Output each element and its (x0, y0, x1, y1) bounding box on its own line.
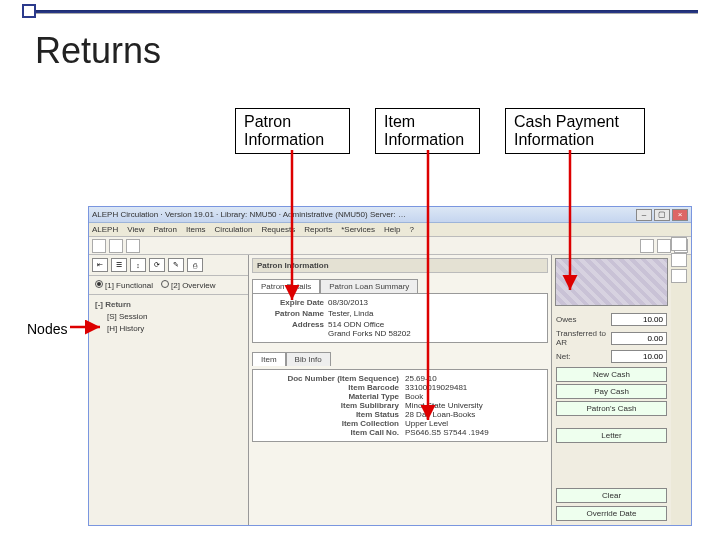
tab-patron-loan-summary[interactable]: Patron Loan Summary (320, 279, 418, 293)
right-tool-strip (671, 237, 689, 283)
tree-node-history[interactable]: [H] History (95, 323, 242, 335)
label-doc-number: Doc Number (Item Sequence) (259, 374, 399, 383)
label-expire-date: Expire Date (259, 298, 324, 307)
window-titlebar: ALEPH Circulation · Version 19.01 · Libr… (89, 207, 691, 223)
nav-button[interactable]: ⇤ (92, 258, 108, 272)
right-tool-icon[interactable] (671, 253, 687, 267)
menu-items[interactable]: Items (186, 225, 206, 234)
new-cash-button[interactable]: New Cash (556, 367, 667, 382)
right-tool-icon[interactable] (671, 269, 687, 283)
right-action-pane: Owes 10.00 Transferred to AR 0.00 Net: 1… (551, 255, 671, 525)
nav-tree: [-] Return [S] Session [H] History (89, 295, 248, 339)
pay-cash-button[interactable]: Pay Cash (556, 384, 667, 399)
callout-item-info: Item Information (375, 108, 480, 154)
center-pane: Patron Information Patron Details Patron… (249, 255, 551, 525)
value-item-call-no: PS646.S5 S7544 .1949 (405, 428, 541, 437)
value-doc-number: 25.69-10 (405, 374, 541, 383)
label-transferred: Transferred to AR (556, 329, 611, 347)
left-nav-pane: ⇤ ☰ ↕ ⟳ ✎ ⎙ [1] Functional [2] Overview … (89, 255, 249, 525)
label-item-collection: Item Collection (259, 419, 399, 428)
letter-button[interactable]: Letter (556, 428, 667, 443)
tab-bib-info[interactable]: Bib Info (286, 352, 331, 366)
patron-section-header: Patron Information (252, 258, 548, 273)
value-item-status: 28 Day Loan-Books (405, 410, 541, 419)
radio-overview-label: [2] Overview (171, 281, 215, 290)
value-transferred: 0.00 (611, 332, 667, 345)
menu-circulation[interactable]: Circulation (215, 225, 253, 234)
callout-nodes: Nodes (22, 318, 72, 340)
clear-button[interactable]: Clear (556, 488, 667, 503)
label-item-sublibrary: Item Sublibrary (259, 401, 399, 410)
value-patron-name: Tester, Linda (328, 309, 541, 318)
toolbar-icon[interactable] (109, 239, 123, 253)
tab-item[interactable]: Item (252, 352, 286, 366)
menu-help[interactable]: Help (384, 225, 400, 234)
value-item-collection: Upper Level (405, 419, 541, 428)
tree-root-return[interactable]: [-] Return (95, 299, 242, 311)
override-date-button[interactable]: Override Date (556, 506, 667, 521)
callout-patron-info: Patron Information (235, 108, 350, 154)
cover-thumbnail (555, 258, 668, 306)
value-material-type: Book (405, 392, 541, 401)
slide-accent-bar (22, 10, 698, 14)
value-expire-date: 08/30/2013 (328, 298, 541, 307)
label-item-status: Item Status (259, 410, 399, 419)
nav-button[interactable]: ⟳ (149, 258, 165, 272)
toolbar-icon[interactable] (657, 239, 671, 253)
slide-title: Returns (35, 30, 161, 72)
nav-button[interactable]: ✎ (168, 258, 184, 272)
toolbar (89, 237, 691, 255)
app-window: ALEPH Circulation · Version 19.01 · Libr… (88, 206, 692, 526)
patron-section-title: Patron Information (257, 261, 329, 270)
toolbar-icon[interactable] (92, 239, 106, 253)
nav-button[interactable]: ⎙ (187, 258, 203, 272)
menu-help-icon[interactable]: ? (409, 225, 413, 234)
menu-reports[interactable]: Reports (304, 225, 332, 234)
menu-bar: ALEPH View Patron Items Circulation Requ… (89, 223, 691, 237)
patron-details-box: Expire Date 08/30/2013 Patron Name Teste… (252, 293, 548, 343)
radio-overview[interactable] (161, 280, 169, 288)
patrons-cash-button[interactable]: Patron's Cash (556, 401, 667, 416)
menu-services[interactable]: *Services (341, 225, 375, 234)
toolbar-icon[interactable] (640, 239, 654, 253)
menu-patron[interactable]: Patron (153, 225, 177, 234)
label-net: Net: (556, 352, 611, 361)
nav-button[interactable]: ↕ (130, 258, 146, 272)
label-address: Address (259, 320, 324, 338)
label-material-type: Material Type (259, 392, 399, 401)
callout-cash-info: Cash Payment Information (505, 108, 645, 154)
label-patron-name: Patron Name (259, 309, 324, 318)
nav-button[interactable]: ☰ (111, 258, 127, 272)
right-tool-icon[interactable] (671, 237, 687, 251)
menu-view[interactable]: View (127, 225, 144, 234)
close-button[interactable]: × (672, 209, 688, 221)
minimize-button[interactable]: – (636, 209, 652, 221)
value-item-sublibrary: Minot State University (405, 401, 541, 410)
label-item-barcode: Item Barcode (259, 383, 399, 392)
radio-functional-label: [1] Functional (105, 281, 153, 290)
item-info-box: Doc Number (Item Sequence)25.69-10 Item … (252, 369, 548, 442)
value-address: 514 ODN Office Grand Forks ND 58202 (328, 320, 541, 338)
label-item-call-no: Item Call No. (259, 428, 399, 437)
tree-node-session[interactable]: [S] Session (95, 311, 242, 323)
window-title-text: ALEPH Circulation · Version 19.01 · Libr… (92, 210, 406, 219)
slide-bullet-icon (22, 4, 36, 18)
value-item-barcode: 33100019029481 (405, 383, 541, 392)
label-owes: Owes (556, 315, 611, 324)
maximize-button[interactable]: ▢ (654, 209, 670, 221)
value-owes: 10.00 (611, 313, 667, 326)
menu-requests[interactable]: Requests (261, 225, 295, 234)
menu-aleph[interactable]: ALEPH (92, 225, 118, 234)
value-net: 10.00 (611, 350, 667, 363)
radio-functional[interactable] (95, 280, 103, 288)
toolbar-icon[interactable] (126, 239, 140, 253)
tab-patron-details[interactable]: Patron Details (252, 279, 320, 293)
